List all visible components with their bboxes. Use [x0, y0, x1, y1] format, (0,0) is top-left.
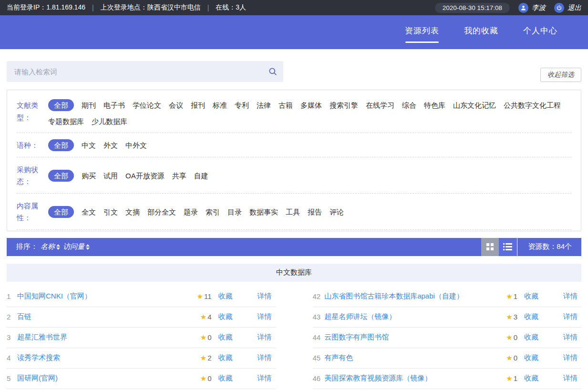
- collect-link[interactable]: 收藏: [524, 353, 538, 362]
- star-icon: ★: [506, 374, 512, 383]
- filter-option[interactable]: 报告: [308, 206, 322, 218]
- filter-options: 全部中文外文中外文: [48, 139, 571, 152]
- collect-link[interactable]: 收藏: [524, 292, 538, 301]
- resource-column: 42山东省图书馆古籍珍本数据库apabi（自建）★1收藏详情43超星名师讲坛（镜…: [313, 287, 582, 391]
- filter-options: 全部全文引文文摘部分全文题录索引目录数据事实工具报告评论: [48, 200, 571, 224]
- filter-option[interactable]: 多媒体: [300, 99, 322, 111]
- detail-link[interactable]: 详情: [258, 312, 272, 321]
- detail-link[interactable]: 详情: [563, 353, 578, 362]
- collect-link[interactable]: 收藏: [524, 333, 538, 342]
- filter-label: 文献类型：: [17, 99, 48, 127]
- resource-name-link[interactable]: 有声有色: [324, 353, 506, 362]
- grid-view-button[interactable]: [481, 238, 499, 256]
- collapse-filter-button[interactable]: 收起筛选: [540, 68, 581, 82]
- star-icon: ★: [200, 354, 206, 362]
- search-icon[interactable]: [262, 67, 283, 76]
- collect-link[interactable]: 收藏: [218, 353, 233, 362]
- resource-index: 5: [7, 374, 13, 382]
- resource-name-link[interactable]: 百链: [17, 312, 200, 321]
- detail-link[interactable]: 详情: [563, 333, 578, 342]
- filter-option[interactable]: 中文: [82, 139, 96, 151]
- collect-link[interactable]: 收藏: [218, 374, 233, 383]
- filter-option[interactable]: 中外文: [125, 139, 147, 151]
- filter-option[interactable]: OA开放资源: [125, 170, 165, 182]
- filter-option[interactable]: 部分全文: [147, 206, 176, 218]
- filter-option[interactable]: 法律: [257, 99, 271, 111]
- filter-option-selected[interactable]: 全部: [48, 99, 74, 111]
- filter-row: 语种：全部中文外文中外文: [17, 133, 571, 157]
- logout-button[interactable]: 退出: [554, 3, 581, 13]
- filter-option[interactable]: 学位论文: [133, 99, 161, 111]
- logout-label: 退出: [567, 3, 581, 12]
- sort-by-name-button[interactable]: 名称: [41, 242, 60, 251]
- star-count: 0: [207, 333, 211, 341]
- resource-name-link[interactable]: 国研网(官网): [17, 374, 200, 383]
- detail-link[interactable]: 详情: [258, 333, 272, 342]
- resource-name-link[interactable]: 美国探索教育视频资源库（镜像）: [324, 374, 506, 383]
- resource-index: 4: [7, 354, 13, 362]
- tab-my-favorites[interactable]: 我的收藏: [463, 21, 499, 44]
- filter-option[interactable]: 自建: [194, 170, 208, 182]
- filter-option-selected[interactable]: 全部: [48, 170, 74, 182]
- filter-option[interactable]: 共享: [172, 170, 186, 182]
- resource-name-link[interactable]: 山东省图书馆古籍珍本数据库apabi（自建）: [324, 292, 506, 301]
- filter-option[interactable]: 专利: [235, 99, 249, 111]
- resource-count: 资源数：84个: [517, 242, 581, 251]
- sort-by-visits-button[interactable]: 访问量: [63, 242, 90, 251]
- filter-option[interactable]: 题录: [184, 206, 198, 218]
- resource-name-link[interactable]: 云图数字有声图书馆: [324, 333, 506, 342]
- detail-link[interactable]: 详情: [563, 374, 578, 383]
- filter-option-selected[interactable]: 全部: [48, 139, 74, 151]
- filter-option[interactable]: 期刊: [82, 99, 96, 111]
- filter-option[interactable]: 评论: [330, 206, 344, 218]
- detail-link[interactable]: 详情: [258, 353, 272, 362]
- filter-option[interactable]: 索引: [206, 206, 220, 218]
- filter-option[interactable]: 数据事实: [249, 206, 278, 218]
- collect-link[interactable]: 收藏: [524, 374, 538, 383]
- filter-row: 采购状态：全部购买试用OA开放资源共享自建: [17, 157, 571, 194]
- list-view-button[interactable]: [499, 238, 516, 256]
- filter-option[interactable]: 报刊: [191, 99, 205, 111]
- tab-personal-center[interactable]: 个人中心: [522, 21, 558, 44]
- detail-link[interactable]: 详情: [563, 292, 578, 301]
- resource-name-link[interactable]: 超星汇雅书世界: [17, 333, 200, 342]
- resource-name-link[interactable]: 超星名师讲坛（镜像）: [324, 312, 506, 321]
- filter-option[interactable]: 引文: [103, 206, 118, 218]
- detail-link[interactable]: 详情: [563, 312, 578, 321]
- filter-option[interactable]: 标准: [213, 99, 227, 111]
- filter-option[interactable]: 购买: [82, 170, 96, 182]
- resource-name-link[interactable]: 读秀学术搜索: [17, 353, 200, 362]
- filter-option[interactable]: 特色库: [424, 99, 445, 111]
- filter-option[interactable]: 搜索引擎: [330, 99, 358, 111]
- filter-option[interactable]: 会议: [169, 99, 183, 111]
- filter-option[interactable]: 电子书: [103, 99, 125, 111]
- detail-link[interactable]: 详情: [258, 374, 272, 383]
- filter-option[interactable]: 古籍: [279, 99, 293, 111]
- filter-option[interactable]: 综合: [402, 99, 416, 111]
- filter-option[interactable]: 专题数据库: [48, 115, 84, 127]
- resource-row: 6超星数字图书馆（远程）★0收藏详情: [7, 389, 276, 391]
- detail-link[interactable]: 详情: [258, 292, 272, 301]
- filter-option[interactable]: 试用: [103, 170, 118, 182]
- tab-resource-list[interactable]: 资源列表: [404, 21, 440, 44]
- datetime-badge: 2020-08-30 15:17:08: [435, 3, 510, 13]
- user-menu[interactable]: 李波: [518, 3, 546, 13]
- search-input[interactable]: [7, 68, 262, 76]
- star-count: 0: [207, 374, 211, 382]
- collect-link[interactable]: 收藏: [218, 292, 233, 301]
- resource-name-link[interactable]: 中国知网CNKI（官网）: [17, 292, 196, 301]
- collect-link[interactable]: 收藏: [218, 333, 233, 342]
- filter-option-selected[interactable]: 全部: [48, 206, 74, 218]
- filter-option[interactable]: 少儿数据库: [92, 115, 127, 127]
- resource-index: 46: [313, 374, 321, 382]
- filter-option[interactable]: 在线学习: [366, 99, 394, 111]
- collect-link[interactable]: 收藏: [524, 312, 538, 321]
- filter-option[interactable]: 外文: [103, 139, 118, 151]
- filter-option[interactable]: 工具: [286, 206, 300, 218]
- filter-option[interactable]: 山东文化记忆: [453, 99, 496, 111]
- collect-link[interactable]: 收藏: [218, 312, 233, 321]
- filter-option[interactable]: 全文: [82, 206, 96, 218]
- filter-option[interactable]: 目录: [227, 206, 242, 218]
- filter-option[interactable]: 文摘: [125, 206, 140, 218]
- filter-option[interactable]: 公共数字文化工程: [504, 99, 561, 111]
